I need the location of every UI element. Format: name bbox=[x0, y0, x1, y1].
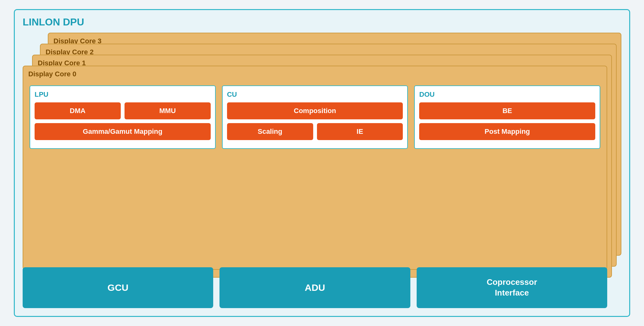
linlon-dpu-container: LINLON DPU Display Core 3 Display Core 2… bbox=[14, 9, 630, 317]
dma-block: DMA bbox=[35, 102, 121, 119]
dou-panel: DOU BE Post Mapping bbox=[414, 85, 600, 149]
mmu-block: MMU bbox=[125, 102, 211, 119]
post-mapping-block: Post Mapping bbox=[419, 123, 595, 140]
gamma-block: Gamma/Gamut Mapping bbox=[35, 123, 211, 140]
cu-label: CU bbox=[227, 90, 403, 99]
gcu-block: GCU bbox=[23, 267, 213, 308]
inner-panels: LPU DMA MMU Gamma/Gamut Mapping CU Compo… bbox=[23, 82, 607, 155]
adu-block: ADU bbox=[219, 267, 410, 308]
cu-panel: CU Composition Scaling IE bbox=[222, 85, 408, 149]
lpu-top-row: DMA MMU bbox=[35, 102, 211, 119]
lpu-label: LPU bbox=[35, 90, 211, 99]
cu-bottom-row: Scaling IE bbox=[227, 123, 403, 140]
linlon-title: LINLON DPU bbox=[23, 16, 621, 28]
bottom-row: GCU ADU CoprocessorInterface bbox=[23, 267, 607, 308]
display-core-0-label: Display Core 0 bbox=[23, 66, 607, 81]
be-block: BE bbox=[419, 102, 595, 119]
display-core-0: Display Core 0 LPU DMA MMU Gamma/Gamut M… bbox=[23, 66, 607, 270]
ie-block: IE bbox=[317, 123, 403, 140]
lpu-panel: LPU DMA MMU Gamma/Gamut Mapping bbox=[30, 85, 216, 149]
dou-label: DOU bbox=[419, 90, 595, 99]
stacked-cores: Display Core 3 Display Core 2 Display Co… bbox=[23, 33, 621, 271]
scaling-block: Scaling bbox=[227, 123, 313, 140]
coprocessor-label: CoprocessorInterface bbox=[487, 277, 537, 298]
composition-block: Composition bbox=[227, 102, 403, 119]
coprocessor-block: CoprocessorInterface bbox=[417, 267, 607, 308]
